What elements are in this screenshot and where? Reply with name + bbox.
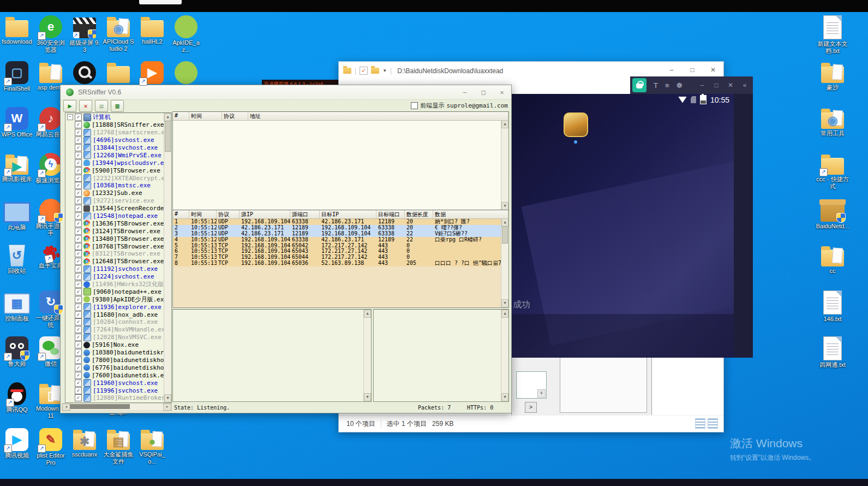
packet-table-header[interactable]: # 时间 协议 源IP 源端口 目标IP 目标端口 数据长度 数据 bbox=[173, 210, 508, 219]
minimize-button[interactable]: – bbox=[661, 62, 682, 78]
tree-root-row[interactable]: −✓计算机 bbox=[66, 114, 164, 121]
checkbox[interactable]: ✓ bbox=[75, 144, 82, 151]
folder-tencent-video-lib[interactable]: ▶↗腾讯影视库 bbox=[1, 153, 33, 183]
process-row[interactable]: ✓[7800]baidunetdiskhost.exe bbox=[66, 357, 164, 364]
process-row[interactable]: ✓[12080]RuntimeBroker.exe bbox=[66, 394, 164, 402]
packet-row[interactable]: 810:55:13TCP192.168.109.1046503652.163.8… bbox=[173, 260, 508, 266]
packet-row[interactable]: 510:55:13TCP192.168.109.10465042172.217.… bbox=[173, 243, 508, 249]
menu-icon[interactable]: ≡ bbox=[665, 81, 669, 90]
packet-row[interactable]: 710:55:13TCP192.168.109.10465044172.217.… bbox=[173, 254, 508, 260]
process-row[interactable]: ✓[8312]TSBrowser.exe bbox=[66, 250, 164, 258]
app-baidunetdisk[interactable]: BaiduNetd... bbox=[815, 199, 850, 230]
process-row[interactable]: ✓[2232]XXTEADecrypt.exe bbox=[66, 174, 164, 182]
recycle-bin[interactable]: ↺回收站 bbox=[1, 245, 33, 275]
emulator-screen[interactable]: 10:55 成功 盟 bbox=[512, 94, 734, 358]
checkbox-toggle-icon[interactable]: ✓ bbox=[360, 67, 368, 75]
checkbox[interactable]: ✓ bbox=[75, 288, 82, 295]
stop-capture-icon[interactable]: ✕ bbox=[79, 100, 92, 112]
process-row[interactable]: ✓[9380]ApkIDE少月版.exe bbox=[66, 295, 164, 303]
new-folder-icon[interactable] bbox=[371, 68, 379, 74]
emulator-titlebar[interactable]: T ≡ ☸ – □ ✕ « bbox=[630, 76, 753, 94]
checkbox[interactable]: ✓ bbox=[75, 364, 82, 371]
checkbox[interactable]: ✓ bbox=[75, 341, 82, 348]
app-plist-editor[interactable]: ✎↗plist Editor Pro bbox=[35, 428, 67, 466]
folder-hallhl2[interactable]: hallHL2 bbox=[136, 15, 168, 45]
control-panel[interactable]: ▦控制面板 bbox=[1, 291, 33, 322]
folder-cc[interactable]: cc bbox=[815, 245, 850, 275]
process-row[interactable]: ✓[9060]notepad++.exe bbox=[66, 288, 164, 295]
app-552[interactable] bbox=[546, 112, 606, 144]
process-row[interactable]: ✓[10768]TSBrowser.exe bbox=[66, 242, 164, 250]
packet-row[interactable]: 210:55:12UDP42.186.23.17112189192.168.10… bbox=[173, 225, 508, 231]
process-row[interactable]: ✓[13480]TSBrowser.exe bbox=[66, 235, 164, 242]
address-table-scrollbar[interactable]: ▲▼ bbox=[501, 120, 508, 210]
checkbox[interactable]: ✓ bbox=[75, 243, 82, 250]
checkbox[interactable]: ✓ bbox=[75, 182, 82, 189]
packet-row[interactable]: 310:55:12UDP42.186.23.17112189192.168.10… bbox=[173, 231, 508, 237]
checkbox[interactable]: ✓ bbox=[75, 212, 82, 220]
process-row[interactable]: ✓[7600]baidunetdisk.exe bbox=[66, 371, 164, 379]
checkbox[interactable]: ✓ bbox=[75, 220, 82, 227]
address-path[interactable]: D:\BaiduNetdiskDownload\luaxxtead bbox=[397, 67, 503, 75]
checkbox[interactable]: ✓ bbox=[75, 114, 82, 121]
filter-media-icon[interactable]: ▦ bbox=[111, 100, 124, 112]
checkbox[interactable]: ✓ bbox=[75, 197, 82, 204]
tree-vertical-scrollbar[interactable]: ▲ ▼ bbox=[164, 113, 171, 402]
srsniffer-titlebar[interactable]: SRSniffer V0.6 – □ ✕ bbox=[61, 85, 511, 100]
process-row[interactable]: ✓[11680]nox_adb.exe bbox=[66, 311, 164, 318]
app-tencent-qq[interactable]: ↗腾讯QQ bbox=[1, 382, 33, 413]
app-orange-player[interactable]: ▶↗ bbox=[136, 61, 168, 84]
folder-sscduanx[interactable]: ✱sscduanx bbox=[69, 428, 100, 458]
checkbox[interactable]: ✓ bbox=[75, 334, 82, 341]
folder-dajinsha[interactable]: ▤大金鲨捕鱼文件 bbox=[103, 428, 134, 465]
app-screen-recorder[interactable]: ↗超级录屏 9.3 bbox=[69, 15, 100, 53]
checkbox[interactable]: ✓ bbox=[75, 121, 82, 128]
process-row[interactable]: ✓[5900]TSBrowser.exe bbox=[66, 167, 164, 174]
textfile-siwangtong[interactable]: 四网通.txt bbox=[815, 336, 850, 369]
app-finalshell[interactable]: ▢↗FinalShell bbox=[1, 61, 33, 92]
process-row[interactable]: ✓[12028]NoxVMSVC.exe bbox=[66, 334, 164, 341]
scroll-down-icon[interactable]: ▼ bbox=[164, 394, 171, 402]
folder-vsqipai[interactable]: ●VSQiPai_o... bbox=[136, 428, 168, 465]
process-row[interactable]: ✓[7264]NoxVMHandle.exe bbox=[66, 326, 164, 334]
app-store-icon[interactable] bbox=[632, 78, 646, 92]
folder-fsdownload[interactable]: fsdownload bbox=[1, 15, 33, 45]
checkbox[interactable]: ✓ bbox=[75, 311, 82, 318]
dialog-listbox[interactable]: ∨ bbox=[516, 371, 547, 399]
scroll-thumb[interactable] bbox=[165, 121, 171, 152]
view-details-icon[interactable] bbox=[708, 418, 718, 429]
view-list-icon[interactable] bbox=[695, 418, 705, 429]
process-row[interactable]: ✓[13944]wpscloudsvr.exe bbox=[66, 159, 164, 167]
app-360-browser[interactable]: e↗360安全浏览器 bbox=[35, 15, 67, 53]
checkbox[interactable]: ✓ bbox=[75, 318, 82, 325]
settings-gear-icon[interactable]: ☸ bbox=[677, 81, 683, 90]
this-pc[interactable]: 此电脑 bbox=[1, 199, 33, 231]
packet-row[interactable]: 610:55:13TCP192.168.109.10465043172.217.… bbox=[173, 248, 508, 254]
packet-table-scrollbar[interactable]: ▲▼ bbox=[501, 218, 508, 307]
process-row[interactable]: ✓[11192]svchost.exe bbox=[66, 265, 164, 273]
process-row[interactable]: ✓[13636]TSBrowser.exe bbox=[66, 220, 164, 227]
process-row[interactable]: ✓[6776]baidunetdiskhost.exe bbox=[66, 364, 164, 371]
checkbox[interactable]: ✓ bbox=[75, 380, 82, 387]
process-row[interactable]: ✓[11888]SRSniffer.exe bbox=[66, 121, 164, 129]
app-552-icon[interactable] bbox=[564, 112, 588, 137]
app-wps-office[interactable]: W↗WPS Office bbox=[1, 107, 33, 138]
process-row[interactable]: ✓[10368]mstsc.exe bbox=[66, 182, 164, 189]
taskbar[interactable] bbox=[0, 479, 868, 486]
maximize-button[interactable]: □ bbox=[682, 62, 703, 78]
packet-row[interactable]: 410:55:12UDP192.168.109.1046333842.186.2… bbox=[173, 237, 508, 243]
front-display-checkbox[interactable] bbox=[411, 102, 418, 109]
checkbox[interactable]: ✓ bbox=[75, 228, 82, 235]
close-button[interactable]: ✕ bbox=[703, 62, 723, 78]
checkbox[interactable]: ✓ bbox=[75, 281, 82, 288]
dialog-next-button[interactable]: > bbox=[525, 402, 537, 413]
checkbox[interactable]: ✓ bbox=[75, 167, 82, 174]
folder-unnamed[interactable] bbox=[103, 61, 134, 83]
checkbox[interactable]: ✓ bbox=[75, 349, 82, 356]
process-row[interactable]: ✓[11936]explorer.exe bbox=[66, 303, 164, 311]
chevron-down-icon[interactable]: ∨ bbox=[537, 389, 546, 398]
packet-row[interactable]: 110:55:12UDP192.168.109.1046333842.186.2… bbox=[173, 219, 508, 225]
minimize-button[interactable]: – bbox=[695, 81, 709, 89]
folder-ccc-shortcut[interactable]: ↗ccc - 快捷方式 bbox=[815, 153, 850, 189]
process-row[interactable]: ✓[1224]svchost.exe bbox=[66, 273, 164, 281]
